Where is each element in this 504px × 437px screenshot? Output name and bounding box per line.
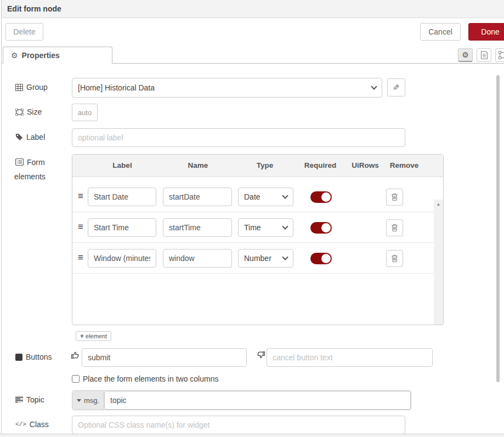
drag-handle-icon[interactable]: ≡ bbox=[78, 252, 83, 263]
table-row: ≡ Date bbox=[72, 181, 435, 212]
table-scrollbar[interactable]: ▲ ▼ bbox=[434, 200, 443, 325]
table-icon bbox=[15, 84, 23, 91]
column-header-type: Type bbox=[257, 161, 274, 169]
buttons-label: Buttons bbox=[15, 353, 52, 361]
class-label: </> Class bbox=[15, 420, 49, 429]
code-icon: </> bbox=[15, 421, 26, 428]
object-group-icon bbox=[15, 109, 24, 116]
tab-bar: ⚙ Properties ⚙ bbox=[2, 47, 504, 64]
table-header: Label Name Type Required UiRows Remove bbox=[72, 155, 443, 177]
size-label: Size bbox=[15, 107, 42, 116]
dialog-scrollbar[interactable] bbox=[496, 75, 500, 382]
element-label-input[interactable] bbox=[88, 188, 156, 206]
topic-type-button[interactable]: msg. bbox=[72, 391, 104, 410]
table-body: ≡ Date ≡ bbox=[72, 177, 443, 325]
column-header-required: Required bbox=[304, 161, 337, 169]
dialog-header: Edit form node bbox=[2, 0, 504, 18]
group-select[interactable]: [Home] Historical Data bbox=[72, 78, 382, 98]
properties-panel: Group [Home] Historical Data ✎ Size auto… bbox=[2, 64, 504, 434]
label-label: Label bbox=[15, 133, 45, 141]
remove-element-button[interactable] bbox=[386, 250, 403, 267]
dialog-title: Edit form node bbox=[7, 4, 61, 13]
topic-label: Topic bbox=[15, 395, 44, 404]
element-label-input[interactable] bbox=[88, 218, 156, 237]
remove-element-button[interactable] bbox=[386, 189, 403, 206]
required-toggle[interactable] bbox=[310, 191, 332, 203]
square-icon bbox=[15, 354, 22, 361]
plus-icon: + bbox=[80, 332, 84, 340]
element-type-select[interactable]: Date bbox=[238, 188, 293, 206]
group-label: Group bbox=[15, 83, 48, 92]
two-columns-option[interactable]: Place the form elements in two columns bbox=[72, 374, 218, 383]
column-header-uirows: UiRows bbox=[352, 161, 379, 169]
delete-button[interactable]: Delete bbox=[5, 23, 43, 41]
column-header-remove: Remove bbox=[390, 161, 419, 169]
add-element-button[interactable]: + element bbox=[76, 331, 111, 341]
dialog-bottom-edge bbox=[0, 434, 504, 437]
table-row: ≡ Number bbox=[72, 243, 435, 274]
two-columns-label: Place the form elements in two columns bbox=[83, 374, 218, 383]
chevron-down-icon bbox=[77, 399, 81, 402]
form-elements-label: Form elements bbox=[15, 157, 59, 182]
toggle-knob bbox=[321, 223, 331, 232]
tab-properties[interactable]: ⚙ Properties bbox=[3, 47, 112, 64]
cancel-text-input[interactable] bbox=[267, 348, 433, 367]
submit-text-input[interactable] bbox=[82, 348, 247, 367]
toggle-knob bbox=[321, 254, 331, 263]
topic-input[interactable] bbox=[104, 391, 411, 410]
edit-form-node-dialog: Edit form node Delete Cancel Done ⚙ Prop… bbox=[0, 0, 504, 437]
required-toggle[interactable] bbox=[310, 222, 332, 234]
size-button[interactable]: auto bbox=[72, 104, 98, 121]
action-bar: Delete Cancel Done bbox=[2, 19, 504, 47]
element-name-input[interactable] bbox=[163, 249, 232, 268]
tasks-icon bbox=[15, 396, 23, 403]
topic-type-label: msg. bbox=[84, 396, 99, 405]
element-name-input[interactable] bbox=[163, 218, 232, 237]
form-elements-table: Label Name Type Required UiRows Remove ≡… bbox=[72, 154, 444, 325]
done-button[interactable]: Done bbox=[468, 23, 504, 41]
element-name-input[interactable] bbox=[163, 188, 232, 206]
scroll-up-arrow[interactable]: ▲ bbox=[434, 200, 443, 208]
toggle-knob bbox=[321, 192, 331, 202]
required-toggle[interactable] bbox=[310, 253, 332, 264]
table-row: ≡ Time bbox=[72, 212, 435, 243]
element-type-select[interactable]: Number bbox=[238, 249, 293, 268]
column-header-label: Label bbox=[112, 161, 132, 169]
doc-icon bbox=[480, 50, 488, 60]
properties-toolbar-button[interactable]: ⚙ bbox=[458, 48, 473, 62]
trash-icon bbox=[391, 193, 398, 201]
trash-icon bbox=[391, 254, 398, 263]
element-type-select[interactable]: Time bbox=[238, 218, 293, 237]
thumbs-up-icon bbox=[71, 350, 80, 360]
thumbs-down-icon bbox=[256, 350, 265, 360]
drag-handle-icon[interactable]: ≡ bbox=[78, 191, 83, 202]
remove-element-button[interactable] bbox=[386, 219, 403, 236]
tab-properties-label: Properties bbox=[22, 51, 60, 60]
label-input[interactable] bbox=[72, 128, 405, 147]
class-input[interactable] bbox=[72, 416, 405, 434]
trash-icon bbox=[391, 224, 398, 232]
column-header-name: Name bbox=[188, 161, 208, 169]
gear-icon: ⚙ bbox=[11, 52, 18, 59]
edit-group-button[interactable]: ✎ bbox=[387, 78, 405, 97]
two-columns-checkbox[interactable] bbox=[72, 375, 80, 383]
appearance-toolbar-button[interactable] bbox=[495, 48, 504, 62]
gear-icon: ⚙ bbox=[462, 51, 469, 59]
appearance-icon bbox=[499, 51, 504, 59]
drag-handle-icon[interactable]: ≡ bbox=[78, 222, 83, 232]
element-label-input[interactable] bbox=[88, 249, 156, 268]
description-toolbar-button[interactable] bbox=[477, 48, 491, 62]
topic-typed-input: msg. bbox=[72, 390, 411, 410]
cancel-button[interactable]: Cancel bbox=[420, 23, 461, 41]
tag-icon bbox=[15, 133, 23, 141]
list-alt-icon bbox=[15, 158, 24, 166]
pencil-icon: ✎ bbox=[393, 83, 400, 93]
